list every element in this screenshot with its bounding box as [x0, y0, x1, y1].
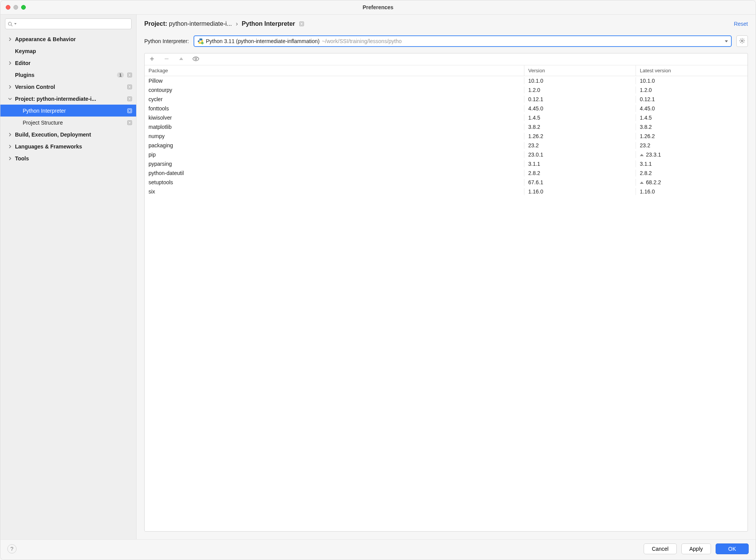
- project-scope-icon: [127, 108, 132, 113]
- maximize-window-button[interactable]: [21, 5, 26, 10]
- svg-line-1: [11, 25, 12, 26]
- package-latest: 68.2.2: [636, 179, 748, 186]
- search-input[interactable]: [18, 21, 129, 27]
- package-name: pyparsing: [145, 160, 524, 167]
- disclosure-icon: [8, 157, 12, 160]
- package-row[interactable]: numpy1.26.21.26.2: [145, 132, 748, 141]
- show-early-releases-button[interactable]: [192, 56, 199, 63]
- upgrade-available-icon: [640, 182, 644, 184]
- svg-rect-9: [129, 110, 131, 112]
- package-latest-value: 1.16.0: [640, 188, 655, 195]
- package-row[interactable]: matplotlib3.8.23.8.2: [145, 122, 748, 132]
- sidebar-subitem[interactable]: Project Structure: [0, 117, 136, 128]
- package-latest: 1.26.2: [636, 133, 748, 140]
- package-version: 23.0.1: [524, 151, 636, 158]
- sidebar-item[interactable]: Project: python-intermediate-i...: [0, 93, 136, 105]
- help-icon: ?: [10, 546, 13, 552]
- packages-header-package[interactable]: Package: [145, 65, 524, 76]
- disclosure-icon: [8, 97, 12, 100]
- package-row[interactable]: pip23.0.123.3.1: [145, 150, 748, 159]
- close-window-button[interactable]: [6, 5, 10, 10]
- interpreter-path: ~/work/SSI/training/lessons/pytho: [322, 38, 723, 44]
- chevron-down-icon: [725, 40, 728, 42]
- project-scope-icon: [127, 96, 132, 102]
- disclosure-icon: [8, 145, 12, 148]
- package-latest: 2.8.2: [636, 170, 748, 177]
- sidebar-item-label: Build, Execution, Deployment: [15, 132, 91, 138]
- search-box[interactable]: [5, 18, 132, 29]
- remove-package-button[interactable]: [163, 56, 170, 63]
- sidebar-item-label: Languages & Frameworks: [15, 143, 82, 150]
- package-row[interactable]: Pillow10.1.010.1.0: [145, 76, 748, 85]
- cancel-button[interactable]: Cancel: [644, 543, 677, 554]
- add-package-button[interactable]: [149, 56, 155, 63]
- sidebar-item[interactable]: Languages & Frameworks: [0, 140, 136, 152]
- disclosure-icon: [8, 61, 12, 65]
- package-row[interactable]: packaging23.223.2: [145, 141, 748, 150]
- ok-button[interactable]: OK: [716, 543, 749, 554]
- package-latest: 23.3.1: [636, 151, 748, 158]
- sidebar-item[interactable]: Build, Execution, Deployment: [0, 128, 136, 140]
- sidebar-item[interactable]: Appearance & Behavior: [0, 33, 136, 45]
- interpreter-settings-button[interactable]: [736, 35, 748, 47]
- package-version: 1.2.0: [524, 87, 636, 93]
- search-icon: [8, 22, 13, 27]
- package-latest-value: 23.3.1: [646, 152, 661, 158]
- package-row[interactable]: python-dateutil2.8.22.8.2: [145, 168, 748, 178]
- sidebar-item[interactable]: Tools: [0, 152, 136, 164]
- minimize-window-button[interactable]: [13, 5, 18, 10]
- disclosure-icon: [8, 85, 12, 89]
- breadcrumb-separator-icon: ›: [236, 20, 238, 28]
- svg-rect-2: [128, 73, 132, 77]
- window-controls: [6, 5, 26, 10]
- python-icon: [197, 38, 204, 44]
- package-row[interactable]: setuptools67.6.168.2.2: [145, 178, 748, 187]
- sidebar-item[interactable]: Version Control: [0, 81, 136, 93]
- interpreter-select[interactable]: Python 3.11 (python-intermediate-inflamm…: [194, 35, 732, 47]
- search-options-caret-icon[interactable]: [14, 23, 17, 25]
- package-row[interactable]: pyparsing3.1.13.1.1: [145, 159, 748, 168]
- help-button[interactable]: ?: [7, 544, 17, 553]
- package-version: 0.12.1: [524, 96, 636, 103]
- package-name: fonttools: [145, 105, 524, 112]
- sidebar-item[interactable]: Editor: [0, 57, 136, 69]
- package-row[interactable]: cycler0.12.10.12.1: [145, 95, 748, 104]
- body: Appearance & BehaviorKeymapEditorPlugins…: [0, 14, 756, 539]
- svg-rect-6: [128, 97, 132, 101]
- package-latest-value: 2.8.2: [640, 170, 652, 176]
- sidebar-item-label: Appearance & Behavior: [15, 36, 76, 42]
- package-row[interactable]: fonttools4.45.04.45.0: [145, 104, 748, 113]
- breadcrumb-project[interactable]: Project: python-intermediate-i...: [144, 20, 232, 27]
- svg-line-20: [740, 39, 741, 40]
- project-scope-icon: [127, 72, 132, 78]
- package-row[interactable]: kiwisolver1.4.51.4.5: [145, 113, 748, 122]
- plugin-update-count: 1: [117, 72, 124, 78]
- package-latest-value: 68.2.2: [646, 179, 661, 185]
- packages-header-latest[interactable]: Latest version: [636, 65, 748, 76]
- reset-link[interactable]: Reset: [734, 21, 748, 27]
- project-scope-icon: [127, 120, 132, 125]
- package-version: 10.1.0: [524, 77, 636, 84]
- package-version: 3.8.2: [524, 123, 636, 130]
- project-scope-icon: [127, 84, 132, 90]
- package-latest-value: 4.45.0: [640, 105, 655, 112]
- window-title: Preferences: [0, 4, 756, 10]
- sidebar-item[interactable]: Keymap: [0, 45, 136, 57]
- sidebar-subitem[interactable]: Python Interpreter: [0, 105, 136, 117]
- package-latest-value: 23.2: [640, 142, 650, 148]
- upgrade-package-button[interactable]: [178, 56, 185, 63]
- sidebar-item-label: Project: python-intermediate-i...: [15, 96, 96, 102]
- package-row[interactable]: contourpy1.2.01.2.0: [145, 85, 748, 95]
- apply-button[interactable]: Apply: [681, 543, 711, 554]
- breadcrumb-project-name: python-intermediate-i...: [169, 20, 232, 27]
- package-latest: 1.16.0: [636, 188, 748, 195]
- preferences-window: Preferences Appearance & BehaviorKeymapE…: [0, 0, 756, 560]
- sidebar-item[interactable]: Plugins1: [0, 69, 136, 81]
- package-latest-value: 0.12.1: [640, 96, 655, 102]
- package-row[interactable]: six1.16.01.16.0: [145, 187, 748, 196]
- sidebar-item-label: Project Structure: [23, 120, 63, 126]
- packages-header-version[interactable]: Version: [524, 65, 636, 76]
- package-name: numpy: [145, 133, 524, 140]
- sidebar-item-label: Tools: [15, 155, 29, 162]
- settings-tree: Appearance & BehaviorKeymapEditorPlugins…: [0, 33, 136, 539]
